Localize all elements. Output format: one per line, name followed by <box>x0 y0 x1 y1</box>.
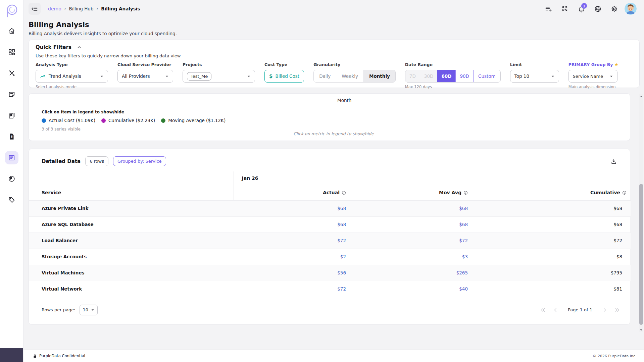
chevron-down-icon <box>551 74 555 78</box>
granularity-option-daily[interactable]: Daily <box>314 70 336 82</box>
date-range-option-30d[interactable]: 30D <box>420 70 438 82</box>
info-icon[interactable] <box>342 191 346 195</box>
period-header: Jan 26 <box>234 171 631 185</box>
globe-icon <box>594 5 601 12</box>
sidebar-toggle-button[interactable] <box>29 3 41 15</box>
billing-analysis-icon <box>8 154 15 161</box>
breadcrumb-project-link[interactable]: demo <box>48 6 61 11</box>
cost-type-value: Billed Cost <box>275 73 299 79</box>
tag-icon <box>8 196 15 204</box>
scroll-up-arrow[interactable] <box>639 94 643 99</box>
group-by-select[interactable]: Service Name <box>568 70 617 83</box>
table-row: Azure Private Link $68 $68 $68 <box>29 200 631 216</box>
table-row: Virtual Machines $56 $265 $795 <box>29 265 631 281</box>
provider-value: All Providers <box>122 73 150 79</box>
download-button[interactable] <box>610 158 617 165</box>
collapse-chevron-icon[interactable] <box>77 45 82 50</box>
legend-dot-actual <box>42 118 46 123</box>
scroll-down-arrow[interactable] <box>639 327 643 332</box>
limit-value: Top 10 <box>514 73 529 79</box>
date-range-segmented: 7D 30D 60D 90D Custom <box>405 70 501 83</box>
chart-empty-hint: Click on metric in legend to show/hide <box>293 131 374 136</box>
legend-hint: Click on item in legend to show/hide <box>42 110 124 114</box>
chart-card: Month Click on item in legend to show/hi… <box>29 93 630 141</box>
actual-value[interactable]: $72 <box>337 238 346 243</box>
column-header-mov-avg: Mov Avg <box>350 185 472 200</box>
grouped-by-chip[interactable]: Grouped by: Service <box>113 156 166 166</box>
chevron-down-icon <box>100 74 104 78</box>
actual-value[interactable]: $68 <box>337 222 346 227</box>
fullscreen-button[interactable] <box>559 3 571 15</box>
projects-select[interactable]: Test_Me <box>183 70 255 83</box>
group-by-value: Service Name <box>573 74 603 79</box>
actual-value[interactable]: $2 <box>340 254 346 259</box>
analysis-type-label: Analysis Type <box>36 62 108 67</box>
cost-type-chip[interactable]: $ Billed Cost <box>264 70 304 83</box>
actual-value[interactable]: $56 <box>337 270 346 275</box>
column-header-service: Service <box>29 185 234 200</box>
actual-value[interactable]: $72 <box>337 286 346 292</box>
next-page-button[interactable] <box>602 307 608 313</box>
mov-avg-value[interactable]: $265 <box>456 270 468 275</box>
limit-select[interactable]: Top 10 <box>510 70 559 83</box>
sidebar-item-billing-analysis[interactable] <box>5 151 18 164</box>
legend-item-cumulative[interactable]: Cumulative ($2.23K) <box>101 118 155 123</box>
sidebar-item-notes[interactable] <box>5 88 18 101</box>
sidebar: $ <box>0 0 23 362</box>
date-range-option-90d[interactable]: 90D <box>455 70 473 82</box>
legend-item-moving-average[interactable]: Moving Average ($1.12K) <box>161 118 226 123</box>
period-header-row: Jan 26 <box>29 171 631 185</box>
sidebar-item-tools[interactable] <box>5 66 18 80</box>
info-icon[interactable] <box>463 191 468 195</box>
settings-button[interactable] <box>608 3 620 15</box>
mov-avg-value[interactable]: $68 <box>459 206 468 211</box>
cumulative-value: $81 <box>472 281 631 297</box>
legend-dot-cumulative <box>101 118 106 123</box>
playlist-add-button[interactable] <box>542 3 554 15</box>
date-range-option-7d[interactable]: 7D <box>405 70 420 82</box>
filter-projects: Projects Test_Me <box>183 62 255 83</box>
mov-avg-value[interactable]: $72 <box>459 238 468 243</box>
user-avatar[interactable] <box>625 3 637 15</box>
previous-page-button[interactable] <box>552 307 558 313</box>
granularity-segmented: Daily Weekly Monthly <box>313 70 396 83</box>
date-range-option-60d[interactable]: 60D <box>437 70 455 82</box>
sidebar-item-invoice[interactable]: $ <box>5 130 18 143</box>
sidebar-item-home[interactable] <box>5 24 18 38</box>
granularity-option-weekly[interactable]: Weekly <box>336 70 363 82</box>
scrollbar-thumb[interactable] <box>639 184 643 325</box>
actual-value[interactable]: $68 <box>337 206 346 211</box>
mov-avg-value[interactable]: $3 <box>462 254 468 259</box>
filter-date-range: Date Range 7D 30D 60D 90D Custom Max 120… <box>405 62 501 89</box>
detailed-data-card: Detailed Data 6 rows Grouped by: Service… <box>29 149 630 325</box>
detailed-data-table: Jan 26 Service Actual Mov Avg Cumulative… <box>29 171 631 297</box>
sidebar-item-bookmarks[interactable] <box>5 109 18 122</box>
page-subtitle: Billing Analysis delivers insights to op… <box>29 31 177 36</box>
sidebar-item-usage[interactable] <box>5 172 18 186</box>
mov-avg-value[interactable]: $68 <box>459 222 468 227</box>
home-icon <box>8 27 15 35</box>
granularity-option-monthly[interactable]: Monthly <box>363 70 395 82</box>
filter-cost-type: Cost Type $ Billed Cost <box>264 62 304 83</box>
quick-filters-title: Quick Filters <box>36 44 71 50</box>
last-page-button[interactable] <box>614 307 621 313</box>
sidebar-item-dashboard[interactable] <box>5 45 18 59</box>
first-page-button[interactable] <box>540 307 546 313</box>
sidebar-item-tags[interactable] <box>5 193 18 207</box>
fullscreen-icon <box>561 5 568 12</box>
notification-badge: 1 <box>581 3 587 9</box>
language-button[interactable] <box>592 3 604 15</box>
notifications-button[interactable]: 1 <box>575 3 587 15</box>
rows-per-page-select[interactable]: 10 <box>80 305 98 315</box>
analysis-type-select[interactable]: Trend Analysis <box>36 70 108 83</box>
breadcrumb-section-link[interactable]: Billing Hub <box>69 6 94 11</box>
chevron-down-icon <box>247 74 251 78</box>
service-name: Virtual Machines <box>29 265 234 281</box>
provider-select[interactable]: All Providers <box>117 70 173 83</box>
mov-avg-value[interactable]: $40 <box>459 286 468 292</box>
project-chip[interactable]: Test_Me <box>187 72 211 81</box>
legend-item-actual-cost[interactable]: Actual Cost ($1.09K) <box>42 118 95 123</box>
info-icon[interactable] <box>622 191 627 195</box>
detailed-data-title: Detailed Data <box>42 158 81 164</box>
date-range-option-custom[interactable]: Custom <box>473 70 500 82</box>
